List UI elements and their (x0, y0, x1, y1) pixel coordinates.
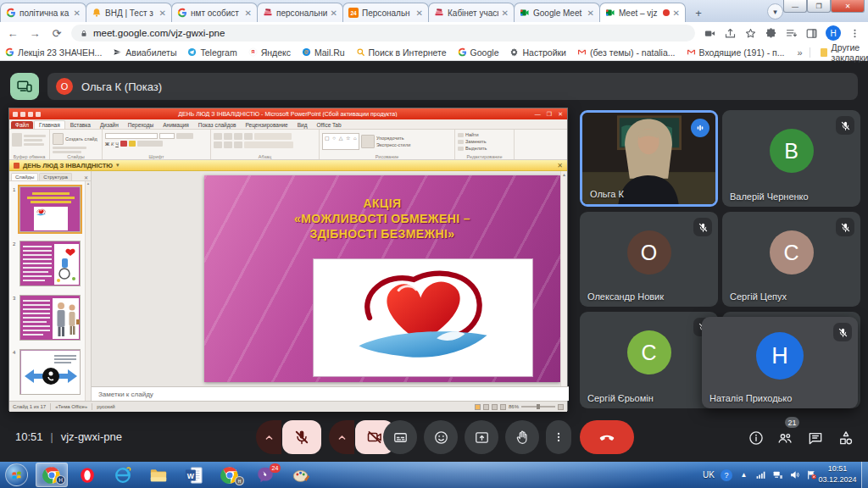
tab-close-icon[interactable]: ✕ (416, 8, 423, 18)
bookmark-item[interactable]: Telegram (187, 47, 236, 58)
pane-tab-outline[interactable]: Структура (39, 173, 71, 180)
tab-close-icon[interactable]: ✕ (502, 8, 509, 18)
tab-search-chevron-icon[interactable]: ▾ (767, 3, 783, 19)
tab-close-icon[interactable]: ✕ (331, 8, 337, 18)
taskbar-file-explorer[interactable] (142, 463, 175, 487)
ppt-window-controls[interactable]: —❐✕ (535, 111, 563, 118)
pane-tab-slides[interactable]: Слайды (11, 173, 38, 180)
language-indicator[interactable]: UK (703, 470, 715, 480)
network-icon[interactable] (772, 469, 783, 480)
raise-hand-button[interactable] (505, 420, 539, 454)
tab-personalni[interactable]: персональни ✕ (257, 3, 343, 22)
bookmark-item[interactable]: Лекція 23 ЗНАЧЕН... (5, 47, 102, 58)
slide-thumbnail-3[interactable]: 3 (19, 295, 84, 344)
taskbar-word[interactable] (178, 463, 210, 487)
mic-mute-button[interactable] (282, 420, 321, 454)
side-panel-icon[interactable] (805, 27, 818, 40)
start-button[interactable] (5, 463, 28, 486)
reactions-button[interactable] (424, 420, 458, 454)
captions-button[interactable] (383, 420, 417, 454)
participant-tile-serhii-yeromin[interactable]: С Сергій Єрьомін (580, 312, 718, 408)
ribbon-tab-insert[interactable]: Вставка (66, 121, 95, 129)
pane-scrollbar[interactable]: ▲ (85, 181, 91, 401)
other-bookmarks[interactable]: Другие закладки (803, 42, 868, 63)
bookmark-item[interactable]: Mail.Ru (302, 47, 345, 58)
tab-close-icon[interactable]: ✕ (74, 8, 81, 18)
tab-kabinet[interactable]: Кабінет учасн ✕ (428, 3, 515, 22)
tab-close-icon[interactable]: ✕ (587, 8, 594, 18)
ribbon-tab-view[interactable]: Вид (293, 121, 312, 129)
view-normal-button[interactable] (475, 404, 481, 410)
present-button[interactable] (465, 420, 498, 454)
media-camera-icon[interactable] (704, 27, 716, 40)
taskbar-clock[interactable]: 10:51 03.12.2024 (815, 463, 860, 485)
tab-nmt[interactable]: нмт особист ✕ (171, 3, 258, 22)
end-call-button[interactable] (580, 420, 634, 454)
taskbar-chrome[interactable]: H (36, 463, 68, 487)
volume-icon[interactable] (789, 469, 800, 480)
new-tab-button[interactable]: + (690, 5, 707, 20)
slide-thumbnail-4[interactable]: 4 (19, 349, 84, 398)
signal-icon[interactable] (755, 469, 766, 480)
ribbon-group-font[interactable]: Ж К Ч Шрифт (103, 130, 211, 159)
ribbon-tab-home[interactable]: Главная (34, 120, 65, 129)
quick-access-toolbar[interactable] (13, 112, 41, 117)
ribbon-tab-slideshow[interactable]: Показ слайдов (194, 121, 241, 129)
slide-thumbnail-1[interactable]: 1 (19, 186, 84, 236)
show-desktop-button[interactable] (861, 462, 868, 488)
participants-icon[interactable] (776, 430, 793, 446)
camera-options-chevron[interactable] (329, 420, 354, 454)
office-tab-bar[interactable]: ДЕНЬ ЛЮД З ІНВАЛІДНІСТЮ ▾ ✕ (9, 160, 567, 171)
presenter-banner[interactable]: О Ольга К (Показ) (47, 73, 858, 100)
taskbar-viber[interactable]: 24 (249, 463, 281, 487)
reading-list-icon[interactable] (785, 27, 798, 40)
close-button[interactable]: ✕ (831, 0, 865, 13)
participant-tile-olga[interactable]: Ольга К (580, 110, 718, 207)
back-icon[interactable]: ← (3, 24, 22, 42)
ribbon-tab-review[interactable]: Рецензирование (242, 121, 292, 129)
document-tab-close-icon[interactable]: ✕ (557, 162, 563, 169)
presenting-screen-button[interactable] (10, 73, 39, 100)
ribbon-tab-transitions[interactable]: Переходы (124, 121, 159, 129)
bookmark-item[interactable]: Входящие (191) - п... (687, 47, 785, 58)
mic-options-chevron[interactable] (256, 420, 281, 454)
ribbon-tab-design[interactable]: Дизайн (96, 121, 123, 129)
taskbar-opera[interactable] (71, 463, 103, 487)
ribbon-tab-animation[interactable]: Анимация (159, 121, 193, 129)
participant-tile-serhii-tsepukh[interactable]: С Сергій Цепух (722, 212, 860, 307)
browser-menu-icon[interactable] (849, 27, 861, 40)
url-field[interactable]: meet.google.com/vjz-gwxi-pne (71, 25, 695, 42)
ribbon-group-slides[interactable]: Создать слайд Слайды (50, 130, 103, 159)
tab-politychna[interactable]: політична ка ✕ (0, 3, 86, 22)
bookmark-item[interactable]: Настройки (509, 47, 566, 58)
tab-meet-active[interactable]: Meet – vjz ✕ (599, 3, 686, 22)
tab-close-icon[interactable]: ✕ (245, 8, 252, 18)
shared-powerpoint-window[interactable]: ДЕНЬ ЛЮД З ІНВАЛІДНІСТЮ - Microsoft Powe… (8, 108, 568, 411)
bookmark-item[interactable]: (без темы) - natalia... (577, 47, 676, 58)
reload-icon[interactable]: ⟳ (47, 24, 66, 42)
view-slideshow-button[interactable] (500, 404, 506, 410)
pane-close-icon[interactable]: ✕ (84, 175, 88, 180)
bookmark-item[interactable]: Яндекс (248, 47, 291, 58)
slide-thumbnail-2[interactable]: 2 (19, 241, 84, 290)
extensions-puzzle-icon[interactable] (765, 27, 777, 40)
meeting-details-icon[interactable] (748, 430, 765, 446)
ribbon-group-clipboard[interactable]: Буфер обмена (9, 130, 50, 159)
fit-to-window-button[interactable] (558, 404, 564, 410)
taskbar-chrome-profile[interactable]: н (214, 463, 246, 487)
profile-avatar[interactable]: H (826, 25, 841, 41)
chat-icon[interactable] (807, 430, 824, 446)
tab-close-icon[interactable]: ✕ (673, 8, 680, 18)
shapes-gallery[interactable]: ▢ ○ △ ☆ ⌂ (322, 133, 359, 150)
share-icon[interactable] (724, 27, 737, 40)
tab-close-icon[interactable]: ✕ (159, 8, 166, 18)
notes-pane[interactable]: Заметки к слайду (92, 386, 569, 401)
ribbon-tab-file[interactable]: Файл (11, 121, 33, 129)
bookmark-item[interactable]: Поиск в Интернете (356, 47, 447, 58)
bookmark-item[interactable]: Авиабилеты (113, 47, 176, 58)
participant-tile-oleksandr[interactable]: О Олександр Новик (580, 212, 718, 307)
ribbon-group-drawing[interactable]: ▢ ○ △ ☆ ⌂ Упорядочить Экспресс-стили Рис… (320, 130, 455, 159)
taskbar-internet-explorer[interactable] (107, 463, 139, 487)
more-options-button[interactable] (546, 420, 571, 454)
tab-google-meet[interactable]: Google Meet ✕ (514, 3, 600, 22)
